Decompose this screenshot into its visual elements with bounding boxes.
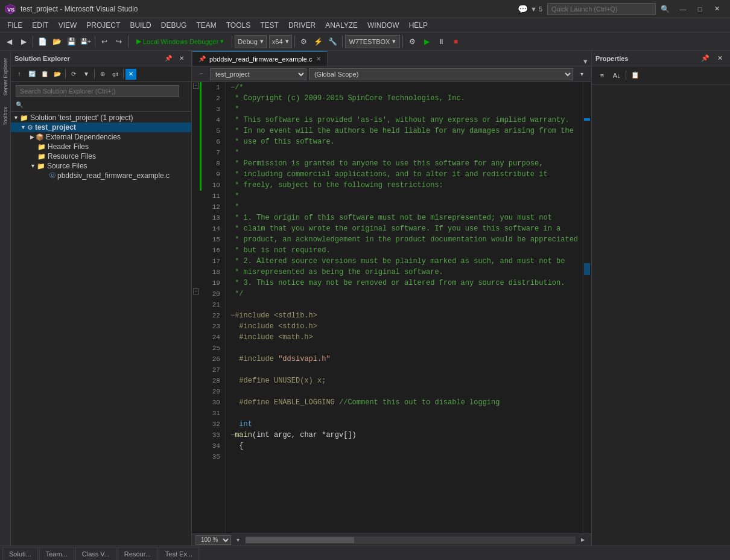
tab-resource[interactable]: Resour... <box>118 547 157 560</box>
se-collapse-btn[interactable]: ↑ <box>13 69 25 80</box>
se-refresh-btn[interactable]: 🔄 <box>26 69 38 80</box>
se-search-container: 🔍 <box>11 82 191 112</box>
menu-edit[interactable]: EDIT <box>27 18 53 33</box>
config-dropdown[interactable]: Debug▾ <box>235 35 266 48</box>
server-explorer-label[interactable]: Server Explorer <box>1 53 10 101</box>
tab-testexplorer[interactable]: Test Ex... <box>159 547 199 560</box>
sourcefiles-label: Source Files <box>47 162 87 170</box>
cfile-label: pbddsiv_read_firmware_example.c <box>57 171 170 180</box>
settings-btn[interactable]: ⚙ <box>405 35 419 48</box>
zoom-decrease-btn[interactable]: ▾ <box>233 535 243 545</box>
se-srcctrl-btn[interactable]: ⊕ <box>97 69 109 80</box>
menu-driver[interactable]: DRIVER <box>284 18 320 33</box>
menu-window[interactable]: WINDOW <box>363 18 404 33</box>
pause-btn[interactable]: ⏸ <box>434 35 448 48</box>
save-btn[interactable]: 💾 <box>65 35 78 48</box>
props-header: Properties 📌 ✕ <box>592 51 730 66</box>
stop-btn[interactable]: ■ <box>449 35 462 48</box>
props-pin-btn[interactable]: 📌 <box>699 52 712 65</box>
menu-tools[interactable]: TOOLS <box>221 18 255 33</box>
toolbar-btn-7[interactable]: ⚡ <box>312 35 325 48</box>
cfile-icon: ⓒ <box>49 171 56 180</box>
se-sync-btn[interactable]: ⟳ <box>68 69 80 80</box>
tree-resource-files[interactable]: 📁 Resource Files <box>11 151 191 161</box>
props-property-pages-btn[interactable]: 📋 <box>629 69 642 82</box>
side-strip: Server Explorer Toolbox <box>0 51 11 546</box>
menu-project[interactable]: PROJECT <box>81 18 125 33</box>
project-arrow: ▼ <box>21 124 26 130</box>
quick-launch-input[interactable] <box>547 3 656 15</box>
new-project-btn[interactable]: 📄 <box>36 35 49 48</box>
collapse-1[interactable]: − <box>193 83 199 89</box>
se-close2-btn[interactable]: ✕ <box>125 69 136 80</box>
code-editor[interactable]: − − 12345 678910 1112131415 1617181920 2… <box>192 82 591 533</box>
zoom-select[interactable]: 100 % <box>195 535 231 545</box>
toolbar-btn-6[interactable]: ⚙ <box>297 35 311 48</box>
resourcefiles-label: Resource Files <box>48 152 96 161</box>
properties-panel: Properties 📌 ✕ ≡ A↓ 📋 <box>591 51 730 546</box>
tree-solution[interactable]: ▼ 📁 Solution 'test_project' (1 project) <box>11 113 191 122</box>
toolbox-label[interactable]: Toolbox <box>1 102 10 130</box>
menu-build[interactable]: BUILD <box>125 18 156 33</box>
se-filter-btn[interactable]: ▼ <box>80 69 92 80</box>
global-scope-dropdown[interactable]: (Global Scope) <box>309 68 573 80</box>
props-categorized-btn[interactable]: ≡ <box>595 69 609 82</box>
props-alphabetical-btn[interactable]: A↓ <box>610 69 623 82</box>
toolbar-sep-7 <box>402 36 403 48</box>
props-title: Properties <box>595 55 628 62</box>
editor-collapse-btn[interactable]: − <box>195 69 208 80</box>
code-line: * claim that you wrote the original soft… <box>230 223 578 234</box>
tab-classview[interactable]: Class V... <box>75 547 116 560</box>
tab-dropdown-btn[interactable]: ▾ <box>580 57 591 66</box>
debug-target-dropdown[interactable]: ▶ Local Windows Debugger ▾ <box>131 35 229 48</box>
tab-close-btn[interactable]: ✕ <box>316 56 321 62</box>
start-btn[interactable]: ▶ <box>420 35 433 48</box>
minimize-button[interactable]: — <box>674 2 691 16</box>
tab-team[interactable]: Team... <box>39 547 74 560</box>
code-line: { <box>230 441 578 451</box>
se-showfiles-btn[interactable]: 📂 <box>51 69 63 80</box>
undo-btn[interactable]: ↩ <box>98 35 111 48</box>
scroll-right-btn[interactable]: ▶ <box>578 536 588 544</box>
se-search-input[interactable] <box>16 85 179 97</box>
forward-button[interactable]: ▶ <box>17 35 30 48</box>
props-close-btn[interactable]: ✕ <box>713 52 726 65</box>
tree-source-files[interactable]: ▼ 📁 Source Files <box>11 161 191 171</box>
collapse-2[interactable]: − <box>193 288 199 294</box>
redo-btn[interactable]: ↪ <box>112 35 125 48</box>
se-pin-btn[interactable]: 📌 <box>162 53 174 64</box>
horizontal-scrollbar[interactable] <box>246 536 576 544</box>
code-line: #define ENABLE_LOGGING //Comment this ou… <box>230 397 578 408</box>
code-content[interactable]: −/* * Copyright (c) 2009-2015 SpinCore T… <box>226 82 583 533</box>
solution-explorer: Solution Explorer 📌 ✕ ↑ 🔄 📋 📂 ⟳ ▼ ⊕ git … <box>11 51 192 546</box>
toolbar-btn-8[interactable]: 🔧 <box>326 35 340 48</box>
menu-view[interactable]: VIEW <box>54 18 82 33</box>
editor-tab-main[interactable]: 📌 pbddsiv_read_firmware_example.c ✕ <box>192 51 328 66</box>
menu-team[interactable]: TEAM <box>191 18 221 33</box>
tab-solution[interactable]: Soluti... <box>2 547 38 560</box>
menu-analyze[interactable]: ANALYZE <box>320 18 363 33</box>
nav-dropdown-btn[interactable]: ▾ <box>576 69 588 80</box>
se-search-btn[interactable]: 🔍 <box>13 99 25 110</box>
tree-cfile[interactable]: ⓒ pbddsiv_read_firmware_example.c <box>11 171 191 180</box>
menu-test[interactable]: TEST <box>255 18 284 33</box>
menu-file[interactable]: FILE <box>2 18 27 33</box>
code-line: #define UNUSED(x) x; <box>230 375 578 386</box>
se-close-btn[interactable]: ✕ <box>176 53 188 64</box>
project-scope-dropdown[interactable]: test_project <box>210 68 306 80</box>
se-properties-btn[interactable]: 📋 <box>39 69 51 80</box>
back-button[interactable]: ◀ <box>2 35 16 48</box>
se-toolbar: ↑ 🔄 📋 📂 ⟳ ▼ ⊕ git ✕ <box>11 66 191 82</box>
open-btn[interactable]: 📂 <box>50 35 63 48</box>
platform-dropdown[interactable]: x64▾ <box>269 35 292 48</box>
menu-help[interactable]: HELP <box>404 18 433 33</box>
save-all-btn[interactable]: 💾+ <box>79 35 92 48</box>
machine-dropdown[interactable]: W7TESTBOX▾ <box>345 35 401 48</box>
menu-debug[interactable]: DEBUG <box>156 18 192 33</box>
tree-ext-deps[interactable]: ▶ 📦 External Dependencies <box>11 132 191 142</box>
tree-project[interactable]: ▼ ⚙ test_project <box>11 122 191 132</box>
tree-header-files[interactable]: 📁 Header Files <box>11 142 191 151</box>
close-button[interactable]: ✕ <box>708 2 725 16</box>
restore-button[interactable]: □ <box>691 2 708 16</box>
se-gitbranch-btn[interactable]: git <box>109 69 121 80</box>
